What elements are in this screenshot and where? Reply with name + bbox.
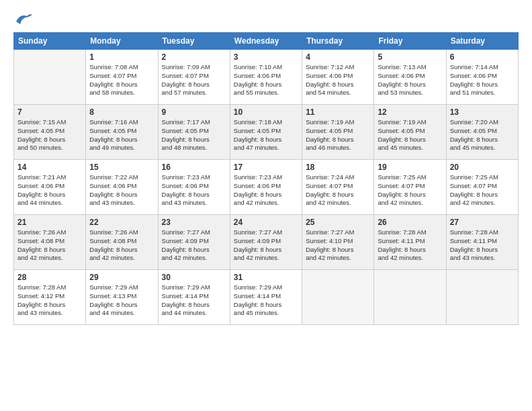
- calendar-day-cell: 31Sunrise: 7:29 AM Sunset: 4:14 PM Dayli…: [230, 270, 302, 325]
- day-info: Sunrise: 7:17 AM Sunset: 4:05 PM Dayligh…: [162, 118, 226, 152]
- calendar-day-cell: 16Sunrise: 7:23 AM Sunset: 4:06 PM Dayli…: [158, 160, 230, 215]
- day-info: Sunrise: 7:22 AM Sunset: 4:06 PM Dayligh…: [89, 173, 154, 208]
- calendar-day-cell: [446, 270, 518, 325]
- day-info: Sunrise: 7:26 AM Sunset: 4:08 PM Dayligh…: [89, 228, 154, 263]
- calendar-day-cell: 9Sunrise: 7:17 AM Sunset: 4:05 PM Daylig…: [158, 105, 230, 160]
- day-number: 1: [89, 52, 154, 62]
- calendar-day-cell: 30Sunrise: 7:29 AM Sunset: 4:14 PM Dayli…: [158, 270, 230, 325]
- day-number: 29: [89, 273, 154, 282]
- calendar-day-cell: 20Sunrise: 7:25 AM Sunset: 4:07 PM Dayli…: [446, 160, 518, 215]
- calendar-day-cell: 17Sunrise: 7:23 AM Sunset: 4:06 PM Dayli…: [230, 160, 302, 215]
- day-number: 14: [17, 163, 82, 172]
- day-number: 8: [89, 107, 154, 117]
- day-info: Sunrise: 7:29 AM Sunset: 4:14 PM Dayligh…: [234, 283, 298, 318]
- calendar-day-cell: 12Sunrise: 7:19 AM Sunset: 4:05 PM Dayli…: [374, 105, 446, 160]
- day-info: Sunrise: 7:29 AM Sunset: 4:13 PM Dayligh…: [89, 283, 154, 318]
- calendar-weekday-wednesday: Wednesday: [230, 33, 302, 50]
- calendar-weekday-sunday: Sunday: [14, 33, 86, 50]
- day-info: Sunrise: 7:28 AM Sunset: 4:11 PM Dayligh…: [378, 228, 442, 263]
- calendar-day-cell: 19Sunrise: 7:25 AM Sunset: 4:07 PM Dayli…: [374, 160, 446, 215]
- day-number: 12: [378, 107, 442, 117]
- day-info: Sunrise: 7:27 AM Sunset: 4:09 PM Dayligh…: [234, 228, 298, 263]
- day-number: 2: [162, 52, 226, 62]
- calendar-week-row: 7Sunrise: 7:15 AM Sunset: 4:05 PM Daylig…: [14, 105, 519, 160]
- day-number: 10: [234, 107, 298, 117]
- day-number: 18: [306, 163, 370, 172]
- day-number: 30: [162, 273, 226, 282]
- header: [13, 12, 519, 27]
- day-info: Sunrise: 7:23 AM Sunset: 4:06 PM Dayligh…: [162, 173, 226, 208]
- calendar-day-cell: 4Sunrise: 7:12 AM Sunset: 4:06 PM Daylig…: [302, 50, 374, 105]
- day-info: Sunrise: 7:14 AM Sunset: 4:06 PM Dayligh…: [450, 63, 515, 97]
- calendar-day-cell: [374, 270, 446, 325]
- calendar-day-cell: 27Sunrise: 7:28 AM Sunset: 4:11 PM Dayli…: [446, 215, 518, 270]
- day-info: Sunrise: 7:16 AM Sunset: 4:05 PM Dayligh…: [89, 118, 154, 152]
- day-info: Sunrise: 7:27 AM Sunset: 4:10 PM Dayligh…: [306, 228, 370, 263]
- calendar-week-row: 1Sunrise: 7:08 AM Sunset: 4:07 PM Daylig…: [14, 50, 519, 105]
- day-number: 17: [234, 163, 298, 172]
- day-number: 24: [234, 218, 298, 227]
- day-number: 25: [306, 218, 370, 227]
- calendar-week-row: 21Sunrise: 7:26 AM Sunset: 4:08 PM Dayli…: [14, 215, 519, 270]
- calendar-week-row: 14Sunrise: 7:21 AM Sunset: 4:06 PM Dayli…: [14, 160, 519, 215]
- calendar-day-cell: 28Sunrise: 7:28 AM Sunset: 4:12 PM Dayli…: [14, 270, 86, 325]
- day-number: 6: [450, 52, 515, 62]
- logo-bird-icon: [15, 12, 34, 27]
- day-number: 3: [234, 52, 298, 62]
- day-number: 22: [89, 218, 154, 227]
- calendar-day-cell: 10Sunrise: 7:18 AM Sunset: 4:05 PM Dayli…: [230, 105, 302, 160]
- calendar-weekday-thursday: Thursday: [302, 33, 374, 50]
- day-number: 4: [306, 52, 370, 62]
- day-info: Sunrise: 7:09 AM Sunset: 4:07 PM Dayligh…: [162, 63, 226, 97]
- day-info: Sunrise: 7:25 AM Sunset: 4:07 PM Dayligh…: [378, 173, 442, 208]
- day-info: Sunrise: 7:08 AM Sunset: 4:07 PM Dayligh…: [89, 63, 154, 97]
- calendar-day-cell: [14, 50, 86, 105]
- calendar-day-cell: 21Sunrise: 7:26 AM Sunset: 4:08 PM Dayli…: [14, 215, 86, 270]
- day-info: Sunrise: 7:23 AM Sunset: 4:06 PM Dayligh…: [234, 173, 298, 208]
- calendar-day-cell: 13Sunrise: 7:20 AM Sunset: 4:05 PM Dayli…: [446, 105, 518, 160]
- day-info: Sunrise: 7:20 AM Sunset: 4:05 PM Dayligh…: [450, 118, 515, 152]
- day-info: Sunrise: 7:28 AM Sunset: 4:11 PM Dayligh…: [450, 228, 515, 263]
- day-info: Sunrise: 7:25 AM Sunset: 4:07 PM Dayligh…: [450, 173, 515, 208]
- page-container: SundayMondayTuesdayWednesdayThursdayFrid…: [0, 0, 532, 332]
- day-number: 20: [450, 163, 515, 172]
- day-info: Sunrise: 7:21 AM Sunset: 4:06 PM Dayligh…: [17, 173, 82, 208]
- calendar-day-cell: 7Sunrise: 7:15 AM Sunset: 4:05 PM Daylig…: [14, 105, 86, 160]
- day-number: 16: [162, 163, 226, 172]
- day-number: 27: [450, 218, 515, 227]
- calendar-day-cell: 2Sunrise: 7:09 AM Sunset: 4:07 PM Daylig…: [158, 50, 230, 105]
- calendar-day-cell: 3Sunrise: 7:10 AM Sunset: 4:06 PM Daylig…: [230, 50, 302, 105]
- day-number: 7: [17, 107, 82, 117]
- calendar-day-cell: 23Sunrise: 7:27 AM Sunset: 4:09 PM Dayli…: [158, 215, 230, 270]
- calendar-week-row: 28Sunrise: 7:28 AM Sunset: 4:12 PM Dayli…: [14, 270, 519, 325]
- calendar-header-row: SundayMondayTuesdayWednesdayThursdayFrid…: [14, 33, 519, 50]
- day-info: Sunrise: 7:15 AM Sunset: 4:05 PM Dayligh…: [17, 118, 82, 152]
- calendar-day-cell: 29Sunrise: 7:29 AM Sunset: 4:13 PM Dayli…: [86, 270, 158, 325]
- day-info: Sunrise: 7:12 AM Sunset: 4:06 PM Dayligh…: [306, 63, 370, 97]
- day-info: Sunrise: 7:18 AM Sunset: 4:05 PM Dayligh…: [234, 118, 298, 152]
- calendar-day-cell: 24Sunrise: 7:27 AM Sunset: 4:09 PM Dayli…: [230, 215, 302, 270]
- calendar-day-cell: 6Sunrise: 7:14 AM Sunset: 4:06 PM Daylig…: [446, 50, 518, 105]
- calendar-day-cell: 14Sunrise: 7:21 AM Sunset: 4:06 PM Dayli…: [14, 160, 86, 215]
- calendar-day-cell: 1Sunrise: 7:08 AM Sunset: 4:07 PM Daylig…: [86, 50, 158, 105]
- day-number: 21: [17, 218, 82, 227]
- calendar-day-cell: 8Sunrise: 7:16 AM Sunset: 4:05 PM Daylig…: [86, 105, 158, 160]
- calendar-weekday-tuesday: Tuesday: [158, 33, 230, 50]
- day-info: Sunrise: 7:24 AM Sunset: 4:07 PM Dayligh…: [306, 173, 370, 208]
- calendar-day-cell: 25Sunrise: 7:27 AM Sunset: 4:10 PM Dayli…: [302, 215, 374, 270]
- calendar-day-cell: 18Sunrise: 7:24 AM Sunset: 4:07 PM Dayli…: [302, 160, 374, 215]
- logo: [13, 15, 34, 27]
- day-number: 31: [234, 273, 298, 282]
- calendar-weekday-monday: Monday: [86, 33, 158, 50]
- calendar-day-cell: 26Sunrise: 7:28 AM Sunset: 4:11 PM Dayli…: [374, 215, 446, 270]
- day-number: 11: [306, 107, 370, 117]
- day-number: 28: [17, 273, 82, 282]
- calendar-day-cell: 15Sunrise: 7:22 AM Sunset: 4:06 PM Dayli…: [86, 160, 158, 215]
- day-number: 5: [378, 52, 442, 62]
- day-info: Sunrise: 7:19 AM Sunset: 4:05 PM Dayligh…: [378, 118, 442, 152]
- day-info: Sunrise: 7:28 AM Sunset: 4:12 PM Dayligh…: [17, 283, 82, 318]
- calendar-weekday-friday: Friday: [374, 33, 446, 50]
- day-number: 9: [162, 107, 226, 117]
- calendar-day-cell: 11Sunrise: 7:19 AM Sunset: 4:05 PM Dayli…: [302, 105, 374, 160]
- day-info: Sunrise: 7:19 AM Sunset: 4:05 PM Dayligh…: [306, 118, 370, 152]
